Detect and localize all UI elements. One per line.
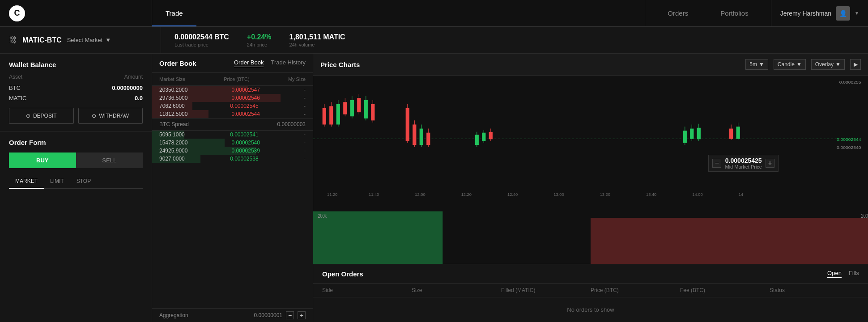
chart-area[interactable]: 0.0000255 0.00002544 0.00002540 11:20 11… — [313, 76, 868, 264]
plus-button[interactable]: + — [766, 159, 774, 168]
chart-scroll-button[interactable]: ▶ — [850, 59, 861, 70]
chart-header: Price Charts 5m ▼ Candle ▼ Overlay ▼ — [313, 54, 868, 76]
wallet-section: Wallet Balance Asset Amount BTC 0.000000… — [0, 54, 152, 131]
orders-table-header: Side Size Filled (MATIC) Price (BTC) Fee… — [313, 284, 868, 297]
chevron-down-icon: ▼ — [759, 61, 764, 68]
svg-text:0.00002544: 0.00002544 — [837, 137, 861, 142]
nav-tab-trade[interactable]: Trade — [152, 0, 196, 26]
wallet-table-header: Asset Amount — [9, 74, 143, 80]
buy-row-2: 24925.9000 0.00002539 - — [152, 147, 313, 155]
mid-price-label: Mid Market Price — [725, 164, 762, 169]
mid-price-indicator: − 0.000025425 Mid Market Price + — [708, 155, 779, 172]
withdraw-icon: ⊙ — [92, 113, 96, 119]
select-market-button[interactable]: Select Market ▼ — [67, 37, 111, 43]
buy-tab[interactable]: BUY — [9, 153, 76, 168]
svg-text:11:40: 11:40 — [369, 193, 379, 197]
orderbook-columns: Market Size Price (BTC) My Size — [152, 73, 313, 86]
right-area: Price Charts 5m ▼ Candle ▼ Overlay ▼ — [313, 54, 868, 322]
chevron-down-icon: ▼ — [796, 61, 802, 68]
buy-sell-tabs: BUY SELL — [9, 153, 143, 168]
tab-open[interactable]: Open — [827, 270, 842, 278]
col-market-size: Market Size — [159, 76, 185, 82]
order-type-market[interactable]: MARKET — [9, 174, 44, 189]
nav-tab-portfolios[interactable]: Portfolios — [707, 9, 762, 17]
volume-chart: 200k 200k — [313, 198, 868, 264]
sell-row-0: 20350.2000 0.00002547 - — [152, 86, 313, 94]
overlay-select[interactable]: Overlay ▼ — [811, 59, 845, 70]
svg-rect-54 — [313, 211, 443, 264]
last-trade-label: Last trade price — [174, 42, 229, 47]
col-side: Side — [322, 287, 412, 293]
asset-btc: BTC — [9, 85, 21, 91]
open-orders-header: Open Orders Open Fills — [313, 264, 868, 284]
agg-minus-button[interactable]: − — [286, 311, 294, 319]
tab-tradehistory[interactable]: Trade History — [271, 59, 306, 67]
svg-text:11:20: 11:20 — [327, 193, 337, 197]
order-form-section: Order Form BUY SELL MARKET LIMIT STOP — [0, 131, 152, 196]
svg-text:13:20: 13:20 — [600, 193, 610, 197]
chevron-down-icon: ▼ — [855, 11, 859, 16]
col-asset: Asset — [9, 74, 22, 80]
last-trade-price: 0.00002544 BTC — [174, 33, 229, 41]
aggregation-row: Aggregation 0.00000001 − + — [152, 308, 313, 322]
wallet-row-btc: BTC 0.00000000 — [9, 85, 143, 91]
wallet-title: Wallet Balance — [9, 61, 143, 68]
left-panel: Wallet Balance Asset Amount BTC 0.000000… — [0, 54, 152, 322]
wallet-row-matic: MATIC 0.0 — [9, 95, 143, 102]
svg-text:13:00: 13:00 — [553, 193, 564, 197]
open-orders-tabs: Open Fills — [827, 270, 859, 278]
buy-row-3: 9027.0000 0.00002538 - — [152, 155, 313, 163]
order-type-tabs: MARKET LIMIT STOP — [9, 174, 143, 189]
order-type-limit[interactable]: LIMIT — [44, 174, 70, 189]
order-type-stop[interactable]: STOP — [70, 174, 97, 189]
order-form-title: Order Form — [9, 139, 143, 146]
timeframe-select[interactable]: 5m ▼ — [745, 59, 768, 70]
wallet-buttons: ⊙ DEPOSIT ⊙ WITHDRAW — [9, 108, 143, 124]
buy-row-1: 15478.2000 0.00002540 - — [152, 139, 313, 147]
orderbook-tabs: Order Book Trade History — [234, 59, 306, 67]
tab-fills[interactable]: Fills — [849, 270, 859, 278]
chevron-down-icon: ▼ — [835, 61, 841, 68]
volume-label: 24h volume — [289, 42, 345, 47]
market-selector: ⛓ MATIC-BTC Select Market ▼ — [9, 27, 161, 53]
orderbook-header: Order Book Order Book Trade History — [152, 54, 313, 73]
orderbook-title: Order Book — [159, 59, 196, 67]
deposit-button[interactable]: ⊙ DEPOSIT — [9, 108, 74, 124]
candlestick-chart: 0.0000255 0.00002544 0.00002540 11:20 11… — [313, 76, 868, 198]
asset-matic: MATIC — [9, 95, 26, 102]
candle-select[interactable]: Candle ▼ — [774, 59, 806, 70]
volume-value: 1,801,511 MATIC — [289, 33, 345, 41]
sell-orders: 20350.2000 0.00002547 - 29736.5000 0.000… — [152, 86, 313, 308]
svg-text:12:20: 12:20 — [461, 193, 472, 197]
svg-text:13:40: 13:40 — [646, 193, 656, 197]
logo-icon[interactable]: C — [9, 5, 25, 21]
user-area[interactable]: Jeremy Harshman 👤 ▼ — [771, 0, 868, 26]
link-icon: ⛓ — [9, 35, 17, 45]
svg-text:14:00: 14:00 — [692, 193, 702, 197]
top-nav: C Trade Orders Portfolios Jeremy Harshma… — [0, 0, 868, 27]
agg-plus-button[interactable]: + — [298, 311, 306, 319]
chart-title: Price Charts — [320, 61, 360, 68]
col-status: Status — [770, 287, 859, 293]
content-area: Wallet Balance Asset Amount BTC 0.000000… — [0, 54, 868, 322]
svg-text:12:00: 12:00 — [415, 193, 425, 197]
spread-label: BTC Spread — [159, 121, 189, 127]
minus-button[interactable]: − — [712, 159, 721, 168]
spread-row: BTC Spread 0.00000003 — [152, 118, 313, 131]
svg-text:0.00002540: 0.00002540 — [837, 145, 861, 150]
price-change-stat: +0.24% 24h price — [247, 33, 272, 47]
agg-value: 0.00000001 — [254, 312, 282, 318]
last-trade-stat: 0.00002544 BTC Last trade price — [174, 33, 229, 47]
open-orders-title: Open Orders — [322, 270, 363, 278]
aggregation-label: Aggregation — [159, 312, 188, 318]
col-filled: Filled (MATIC) — [501, 287, 591, 293]
sell-tab[interactable]: SELL — [76, 153, 143, 168]
sell-row-2: 7062.6000 0.00002545 - — [152, 102, 313, 110]
market-header: ⛓ MATIC-BTC Select Market ▼ 0.00002544 B… — [0, 27, 868, 54]
tab-orderbook[interactable]: Order Book — [234, 59, 264, 67]
nav-tab-orders[interactable]: Orders — [654, 9, 702, 17]
svg-text:12:40: 12:40 — [507, 193, 518, 197]
withdraw-button[interactable]: ⊙ WITHDRAW — [78, 108, 143, 124]
sell-row-1: 29736.5000 0.00002546 - — [152, 94, 313, 102]
svg-rect-55 — [591, 218, 868, 264]
